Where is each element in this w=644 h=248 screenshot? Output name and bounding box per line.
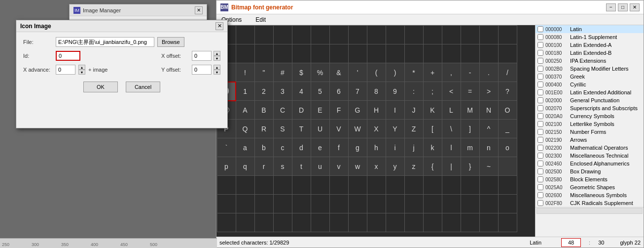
glyph-cell-dark[interactable] [404,26,423,44]
glyph-cell-dark[interactable] [386,195,404,213]
glyph-cell-dark[interactable] [404,213,423,232]
xadvance-input[interactable] [56,65,75,75]
glyph-cell[interactable]: I [386,101,404,120]
yoffset-up-button[interactable]: ▲ [214,65,220,70]
xadvance-up-button[interactable]: ▲ [78,65,85,70]
glyph-cell-dark[interactable] [292,26,311,44]
glyph-cell[interactable]: > [479,82,498,101]
glyph-cell[interactable]: t [292,157,311,176]
glyph-cell-dark[interactable] [442,213,461,232]
glyph-cell-dark[interactable] [311,44,329,63]
sidebar-checkbox-0020A0[interactable] [537,113,543,119]
glyph-cell[interactable]: ; [423,82,442,101]
glyph-cell-dark[interactable] [273,26,292,44]
sidebar-item-002200[interactable]: 002200Mathematical Operators [536,144,644,152]
sidebar-checkbox-002F80[interactable] [537,200,543,206]
glyph-cell-dark[interactable] [292,195,311,213]
sidebar-item-000400[interactable]: 000400Cyrillic [536,81,644,88]
glyph-cell[interactable]: , [442,63,461,82]
glyph-cell[interactable]: y [386,157,404,176]
sidebar-item-002580[interactable]: 002580Block Elements [536,175,644,183]
sidebar-item-000080[interactable]: 000080Latin-1 Supplement [536,33,644,41]
sidebar-item-002100[interactable]: 002100Letterlike Symbols [536,120,644,128]
glyph-cell[interactable]: D [292,101,311,120]
glyph-cell[interactable]: R [254,120,273,138]
glyph-cell-dark[interactable] [367,213,386,232]
glyph-cell-dark[interactable] [311,176,329,195]
xoffset-input[interactable] [192,51,212,61]
glyph-cell[interactable]: e [311,138,329,157]
glyph-cell[interactable]: z [404,157,423,176]
glyph-cell-dark[interactable] [329,176,348,195]
sidebar-item-002070[interactable]: 002070Superscripts and Subscripts [536,104,644,112]
xadvance-down-button[interactable]: ▼ [78,70,85,75]
glyph-cell-dark[interactable] [498,176,517,195]
glyph-cell-dark[interactable] [367,195,386,213]
glyph-cell[interactable]: Z [404,120,423,138]
sidebar-item-000100[interactable]: 000100Latin Extended-A [536,41,644,49]
glyph-cell[interactable]: 2 [254,82,273,101]
glyph-cell-dark[interactable] [404,176,423,195]
sidebar-checkbox-000180[interactable] [537,50,543,56]
id-input[interactable] [56,51,80,61]
glyph-cell-dark[interactable] [236,195,254,213]
glyph-cell[interactable]: U [311,120,329,138]
glyph-cell[interactable]: d [292,138,311,157]
glyph-cell[interactable]: ` [217,138,236,157]
sidebar-checkbox-002460[interactable] [537,161,543,166]
glyph-cell[interactable]: 4 [292,82,311,101]
bfg-close-button[interactable]: ✕ [630,3,640,11]
glyph-cell-dark[interactable] [217,176,236,195]
glyph-cell[interactable]: X [367,120,386,138]
browse-button[interactable]: Browse [157,37,184,47]
glyph-cell-dark[interactable] [461,44,479,63]
glyph-cell[interactable]: q [236,157,254,176]
glyph-cell[interactable]: f [329,138,348,157]
glyph-cell[interactable]: ? [498,82,517,101]
sidebar-checkbox-002190[interactable] [537,137,543,143]
cancel-button[interactable]: Cancel [126,82,160,92]
glyph-cell-dark[interactable] [386,26,404,44]
glyph-cell[interactable]: } [461,157,479,176]
glyph-cell[interactable]: K [423,101,442,120]
sidebar-item-002190[interactable]: 002190Arrows [536,136,644,144]
glyph-cell[interactable]: J [404,101,423,120]
glyph-cell-dark[interactable] [498,195,517,213]
glyph-cell[interactable]: a [236,138,254,157]
glyph-cell-dark[interactable] [479,213,498,232]
glyph-cell-dark[interactable] [442,176,461,195]
glyph-cell[interactable]: V [329,120,348,138]
sidebar-item-002500[interactable]: 002500Box Drawing [536,167,644,175]
sidebar-checkbox-001E00[interactable] [537,89,543,95]
sidebar-checkbox-000000[interactable] [537,26,543,32]
glyph-cell[interactable]: / [498,63,517,82]
sidebar-checkbox-000400[interactable] [537,82,543,87]
glyph-cell[interactable]: o [498,138,517,157]
glyph-cell[interactable]: L [442,101,461,120]
glyph-cell[interactable]: * [404,63,423,82]
yoffset-input[interactable] [192,65,212,75]
sidebar-item-000370[interactable]: 000370Greek [536,73,644,81]
glyph-cell-dark[interactable] [479,195,498,213]
glyph-cell-dark[interactable] [461,195,479,213]
glyph-cell[interactable]: l [442,138,461,157]
glyph-cell[interactable]: j [404,138,423,157]
glyph-cell[interactable]: $ [292,63,311,82]
glyph-cell[interactable]: 7 [348,82,367,101]
glyph-cell[interactable]: | [442,157,461,176]
glyph-cell[interactable]: T [292,120,311,138]
glyph-cell[interactable]: m [461,138,479,157]
glyph-cell-dark[interactable] [311,195,329,213]
glyph-cell[interactable]: A [236,101,254,120]
glyph-cell-dark[interactable] [292,213,311,232]
sidebar-hscrollbar[interactable] [537,208,643,214]
glyph-cell-dark[interactable] [292,176,311,195]
glyph-cell-dark[interactable] [329,213,348,232]
glyph-cell-dark[interactable] [479,26,498,44]
glyph-cell[interactable]: u [311,157,329,176]
glyph-cell-dark[interactable] [217,213,236,232]
glyph-cell[interactable]: B [254,101,273,120]
glyph-cell[interactable]: # [273,63,292,82]
sidebar-item-002000[interactable]: 002000General Punctuation [536,96,644,104]
glyph-cell-dark[interactable] [386,176,404,195]
